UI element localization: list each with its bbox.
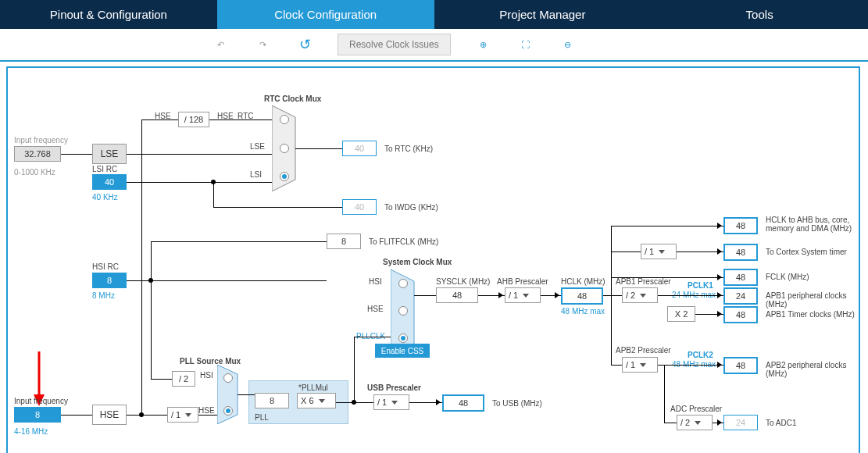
wire xyxy=(213,182,214,207)
cortex-value: 48 xyxy=(723,244,758,261)
fullscreen-icon[interactable]: ⛶ xyxy=(516,35,535,54)
arrow-icon xyxy=(436,399,441,405)
arrow-icon xyxy=(717,292,722,298)
tab-tools[interactable]: Tools xyxy=(651,0,868,29)
adc-prescaler-select[interactable]: / 2 xyxy=(677,415,713,430)
undo-icon[interactable]: ↶ xyxy=(211,35,230,54)
tab-project[interactable]: Project Manager xyxy=(434,0,652,29)
ahb-pre-label: AHB Prescaler xyxy=(497,277,548,286)
arrow-icon xyxy=(717,248,722,255)
redo-icon[interactable]: ↷ xyxy=(253,35,272,54)
tab-clock[interactable]: Clock Configuration xyxy=(217,0,434,29)
lsi-freq-label: 40 KHz xyxy=(92,193,118,202)
arrow-icon xyxy=(717,419,722,426)
wire xyxy=(61,415,92,416)
pllsrc-hse-radio[interactable] xyxy=(223,406,233,416)
sysclk-hsi-radio[interactable] xyxy=(398,279,408,288)
usb-out-value: 48 xyxy=(442,394,484,412)
sysclk-hse-label: HSE xyxy=(367,305,384,313)
hse-input-value[interactable]: 8 xyxy=(14,407,61,423)
clock-canvas: Input frequency 32.768 0-1000 KHz LSE LS… xyxy=(6,66,860,453)
arrow-icon xyxy=(717,362,722,368)
sysclk-pll-radio[interactable] xyxy=(398,334,408,343)
wire xyxy=(354,337,355,402)
apb1-prescaler-select[interactable]: / 2 xyxy=(622,287,658,303)
arrow-icon xyxy=(717,311,722,317)
lsi-rc-label: LSI RC xyxy=(92,165,117,173)
usb-pre-label: USB Prescaler xyxy=(367,383,421,392)
pll-label: PLL xyxy=(255,413,269,422)
to-adc1-label: To ADC1 xyxy=(766,419,796,427)
sysclk-label: SYSCLK (MHz) xyxy=(436,277,490,286)
wire xyxy=(213,207,342,208)
apb2-per-value: 48 xyxy=(723,357,758,374)
rtc-lse-label: LSE xyxy=(250,142,265,151)
arrow-icon xyxy=(717,223,722,229)
tab-pinout[interactable]: Pinout & Configuration xyxy=(0,0,217,29)
wire xyxy=(61,154,92,155)
wire xyxy=(295,148,342,149)
iwdg-out-box: 40 xyxy=(342,199,377,215)
apb1-pre-label: APB1 Prescaler xyxy=(616,277,671,286)
apb1-tim-value: 48 xyxy=(723,306,758,323)
sysclk-hsi-label: HSI xyxy=(369,277,382,286)
pllsrc-hse-label: HSE xyxy=(198,406,215,415)
pllmul-select[interactable]: X 6 xyxy=(297,393,336,408)
apb2-per-label: APB2 peripheral clocks (MHz) xyxy=(766,361,859,378)
apb1-x2-box: X 2 xyxy=(667,306,695,322)
wire xyxy=(677,251,723,252)
apb2-prescaler-select[interactable]: / 1 xyxy=(622,357,658,373)
lse-input-label: Input frequency xyxy=(14,136,68,144)
wire xyxy=(354,337,391,337)
rtc-mux-label: RTC Clock Mux xyxy=(264,95,321,103)
usb-prescaler-select[interactable]: / 1 xyxy=(373,394,409,410)
rtc-mux-hse-radio[interactable] xyxy=(280,115,289,124)
zoom-out-icon[interactable]: ⊖ xyxy=(559,35,577,54)
pclk1-label: PCLK1 xyxy=(688,281,713,290)
rtc-mux-lsi-radio[interactable] xyxy=(280,172,289,181)
pllsrc-hsi-radio[interactable] xyxy=(223,373,233,383)
wire xyxy=(127,280,327,281)
hclk-ahb-value: 48 xyxy=(723,217,758,234)
hclk-ahb-label: HCLK to AHB bus, core, memory and DMA (M… xyxy=(766,216,855,233)
pclk2-label: PCLK2 xyxy=(688,351,713,359)
wire xyxy=(611,277,723,278)
wire xyxy=(611,251,641,252)
wire xyxy=(414,295,436,296)
fclk-label: FCLK (MHz) xyxy=(766,273,809,281)
lsi-value: 40 xyxy=(92,174,127,190)
wire xyxy=(141,119,142,415)
hsi-freq-label: 8 MHz xyxy=(92,291,115,300)
div128-box: / 128 xyxy=(178,112,209,127)
arrow-icon xyxy=(717,274,722,280)
resolve-clock-button[interactable]: Resolve Clock Issues xyxy=(338,34,451,55)
reset-icon[interactable]: ↺ xyxy=(295,35,314,54)
hclk-value[interactable]: 48 xyxy=(561,287,603,305)
hse-div-select[interactable]: / 1 xyxy=(167,407,198,423)
apb1-per-label: APB1 peripheral clocks (MHz) xyxy=(766,291,859,309)
adc-out-value: 24 xyxy=(723,415,758,430)
rtc-lsi-label: LSI xyxy=(250,170,262,179)
to-flitfclk-label: To FLITFCLK (MHz) xyxy=(369,237,438,246)
cortex-prescaler-select[interactable]: / 1 xyxy=(641,244,677,259)
hse-input-label: Input frequency xyxy=(14,397,68,405)
arrow-icon xyxy=(498,292,503,298)
rtc-mux-lse-radio[interactable] xyxy=(280,144,289,153)
pll-in-value: 8 xyxy=(255,393,289,408)
pllsrc-hsi-label: HSI xyxy=(200,371,213,380)
lse-input-value[interactable]: 32.768 xyxy=(14,146,61,162)
wire xyxy=(151,241,327,242)
enable-css-box[interactable]: Enable CSS xyxy=(375,344,430,358)
zoom-in-icon[interactable]: ⊕ xyxy=(474,35,493,54)
wire xyxy=(611,226,612,365)
apb1-tim-label: APB1 Timer clocks (MHz) xyxy=(766,310,855,319)
wire xyxy=(127,182,272,183)
hclk-max-label: 48 MHz max xyxy=(561,307,605,316)
lse-box: LSE xyxy=(92,144,127,164)
sysclk-hse-radio[interactable] xyxy=(398,306,408,316)
apb1-per-value: 24 xyxy=(723,287,758,305)
wire xyxy=(151,379,172,380)
hsi-rc-label: HSI RC xyxy=(92,262,119,271)
ahb-prescaler-select[interactable]: / 1 xyxy=(505,287,541,303)
pllmul-label: *PLLMul xyxy=(298,383,328,392)
